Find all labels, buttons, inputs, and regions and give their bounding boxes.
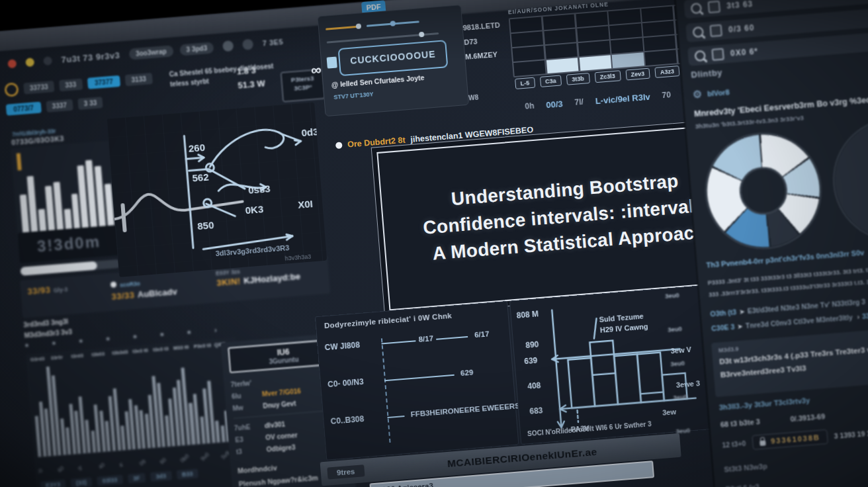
grid-chip[interactable]: 3t3b [566, 73, 590, 85]
chevron-right-icon[interactable]: › [214, 326, 218, 333]
window-close-icon[interactable] [7, 59, 17, 68]
window-minimize-icon[interactable] [25, 58, 34, 67]
grid-cell[interactable] [578, 41, 611, 56]
slider-handle[interactable] [419, 32, 425, 38]
histogram-pill[interactable]: E3Y3 [40, 479, 66, 487]
flow-label: X0I [298, 198, 314, 210]
checkbox[interactable] [708, 1, 720, 13]
slider-track-orange[interactable] [326, 26, 359, 30]
metric-value: 51.3 W [238, 77, 266, 93]
breadcrumb-item[interactable]: E3t/d3ted N3te3 N3ne Tv' N33tl3rg 3 [747, 298, 865, 315]
grid-cell[interactable] [545, 44, 578, 59]
toolbar-pill[interactable]: 333 [59, 78, 83, 91]
breadcrumb-item[interactable]: Tnre3d C0nv3 Ctl3ve M3nter3ltly [745, 313, 853, 330]
tab-item[interactable]: 7l/ [574, 97, 584, 107]
toolbar-pill[interactable]: 3337 [46, 99, 73, 112]
checkbox[interactable] [710, 24, 722, 37]
status-ring-icon[interactable] [4, 82, 19, 97]
toolbar-primary-button[interactable]: 37377 [87, 75, 120, 89]
grid-cell[interactable] [609, 9, 641, 24]
pager-dot[interactable] [187, 330, 191, 333]
window-zoom-icon[interactable] [43, 56, 52, 66]
pager-dot[interactable] [133, 335, 136, 338]
toolbar-pill[interactable]: 3 33 [77, 97, 103, 110]
grid-chip[interactable]: L-5 [515, 77, 535, 89]
forest-interval-line [384, 375, 454, 381]
grid-cell[interactable] [609, 24, 642, 39]
histogram-bar [120, 425, 126, 451]
grid-chip[interactable]: A3z3 [654, 66, 679, 78]
swatch-icon [327, 57, 337, 69]
toolbar-pill[interactable]: 33733 [23, 80, 54, 94]
grid-cell[interactable] [612, 53, 644, 68]
breadcrumb-root[interactable]: C30E 3 [711, 323, 735, 333]
pager-dot[interactable] [25, 343, 28, 347]
breadcrumb-item[interactable]: 33p .J369 [862, 310, 868, 320]
histogram-header: t3b3d3 [112, 349, 130, 359]
grid-cell[interactable] [611, 38, 643, 54]
grid-chip[interactable]: C3a [539, 75, 562, 87]
sketch-note: H29 IV Cawng [599, 322, 648, 334]
settings-link[interactable]: bIVor8 [707, 88, 730, 98]
grid-cell[interactable] [644, 36, 676, 51]
grid-cell[interactable] [576, 12, 608, 27]
flow-label: 562 [192, 171, 209, 184]
gear-icon[interactable]: ⚙ [692, 87, 703, 101]
grid-cell[interactable] [511, 32, 544, 47]
checkbox[interactable] [711, 48, 724, 61]
stat-value: 0/.3913-69 [790, 412, 825, 423]
tab-item[interactable]: 00/3 [546, 99, 563, 110]
legend-key: 6lu [232, 391, 255, 400]
band-small: scoR3o [120, 280, 140, 288]
input-suffix: 3 1393 19 1 (3 [834, 429, 868, 440]
forest-plot-panel: Dodyrezimyle ribleciat' i 0W Chnk CW JI8… [315, 301, 519, 461]
skyline-bar [71, 193, 80, 231]
password-field[interactable]: 93361038B [752, 429, 828, 450]
user-avatar-icon[interactable] [222, 40, 234, 52]
grid-cell[interactable] [546, 58, 579, 73]
sidebar-link[interactable]: Th3 Pvnenb4-0rr p3nt'ch3r'fv3s 0nn3nl3rr… [706, 249, 865, 269]
pager-dot[interactable] [106, 337, 109, 340]
grid-cell[interactable] [642, 21, 675, 36]
histogram-header: 33r0r [50, 353, 69, 364]
histogram-bar [65, 427, 71, 455]
flow-label: 0ss3 [248, 183, 271, 196]
legend-key: t3 [236, 447, 259, 456]
pager-dot[interactable] [52, 341, 56, 344]
histogram-pill[interactable]: B33 [177, 468, 199, 480]
toolbar-pill[interactable]: 3133 [125, 72, 152, 85]
grid-cell[interactable] [512, 46, 544, 62]
legend-key: 7terlw' [230, 379, 253, 388]
pager-dot[interactable] [160, 332, 163, 335]
grid-cell[interactable] [513, 61, 546, 76]
grid-cell[interactable] [542, 15, 575, 30]
toolbar-primary-button[interactable]: 0773/7 [6, 101, 42, 115]
sidebar-link[interactable]: 3h3ll3.-3y 3t3ur T3cl3rtv3y [718, 396, 810, 412]
forest-dashed-axis [381, 338, 391, 443]
grid-cell[interactable] [510, 17, 542, 32]
code-box[interactable]: CUCKCIOOOOUE [338, 40, 449, 76]
tab-item[interactable]: L-vic/9el R3Iv [595, 91, 650, 106]
grid-cell[interactable] [577, 26, 609, 42]
grid-cell[interactable] [544, 29, 576, 44]
slider-handle[interactable] [356, 23, 362, 29]
notifications-icon[interactable] [242, 39, 253, 50]
band-accent: 33/93 [27, 285, 51, 296]
grid-chip[interactable]: Zc3l3 [594, 70, 621, 83]
slider-handle[interactable] [390, 21, 396, 26]
grid-cell[interactable] [579, 56, 611, 71]
footer-tab[interactable]: 9tres [327, 465, 365, 479]
grid-cell[interactable] [641, 7, 673, 22]
breadcrumb-root[interactable]: O3th (t3 [710, 308, 737, 318]
tab-item[interactable]: 70 [662, 90, 671, 100]
histogram-pill[interactable]: 3d3 [150, 471, 172, 482]
grid-chip[interactable]: Zev3 [625, 68, 650, 81]
pager-dot[interactable] [79, 339, 83, 342]
band-text: KJHozIayd:be [243, 271, 301, 286]
settings-row[interactable]: ⚙ bIVor8 [692, 85, 730, 101]
grid-cell[interactable] [645, 50, 677, 66]
dashboard-screen: 7u3t 73 9r3v3 3oo3wrap3 3pd3 7 3E5 PDF 3… [0, 0, 868, 487]
menu-pill[interactable]: 3 3pd3 [179, 42, 214, 56]
tab-item[interactable]: 0h [525, 101, 535, 111]
menu-pill[interactable]: 3oo3wrap [128, 45, 173, 60]
